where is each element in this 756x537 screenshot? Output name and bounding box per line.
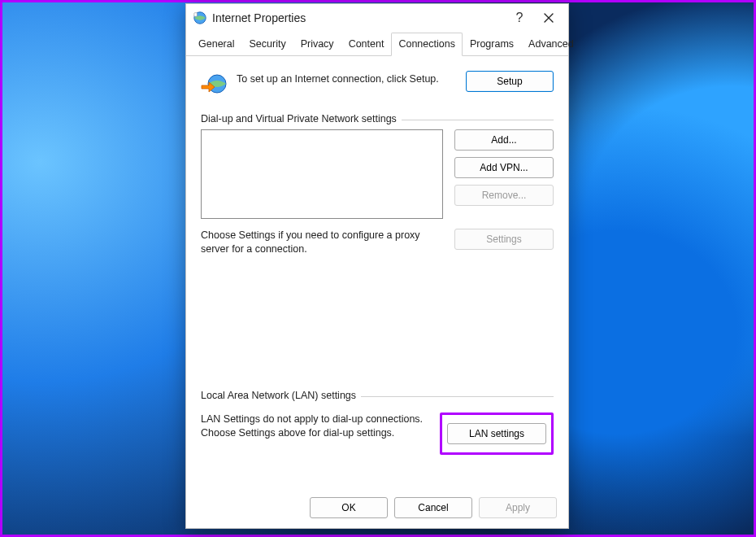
divider	[402, 120, 554, 120]
svg-rect-1	[194, 13, 198, 17]
help-button[interactable]: ?	[505, 7, 534, 29]
lan-group-label-text: Local Area Network (LAN) settings	[201, 390, 356, 401]
internet-properties-dialog: Internet Properties ? General Security P…	[185, 3, 569, 529]
proxy-hint-text: Choose Settings if you need to configure…	[201, 229, 443, 256]
cancel-button[interactable]: Cancel	[394, 497, 472, 518]
ok-button[interactable]: OK	[310, 497, 388, 518]
connection-settings-button: Settings	[454, 229, 554, 250]
dialup-buttons: Add... Add VPN... Remove...	[454, 129, 554, 219]
connection-wizard-icon	[201, 71, 228, 98]
tab-programs[interactable]: Programs	[463, 33, 521, 56]
tab-strip: General Security Privacy Content Connect…	[186, 32, 568, 56]
annotation-highlight: LAN settings	[440, 413, 554, 455]
lan-hint-text: LAN Settings do not apply to dial-up con…	[201, 413, 428, 440]
connections-listbox[interactable]	[201, 129, 443, 219]
remove-button: Remove...	[454, 185, 554, 206]
tab-general[interactable]: General	[191, 33, 241, 56]
dialup-group-label-text: Dial-up and Virtual Private Network sett…	[201, 113, 397, 124]
tab-body-connections: To set up an Internet connection, click …	[186, 56, 568, 489]
window-title: Internet Properties	[212, 11, 505, 24]
apply-button: Apply	[479, 497, 557, 518]
tab-advanced[interactable]: Advanced	[521, 33, 581, 56]
dialup-group-label: Dial-up and Virtual Private Network sett…	[201, 113, 554, 124]
tab-connections[interactable]: Connections	[391, 33, 463, 56]
add-button[interactable]: Add...	[454, 129, 554, 151]
tab-security[interactable]: Security	[241, 33, 293, 56]
close-button[interactable]	[534, 7, 563, 29]
titlebar: Internet Properties ?	[186, 4, 568, 32]
setup-text: To set up an Internet connection, click …	[237, 71, 458, 86]
help-icon: ?	[516, 11, 524, 25]
dialog-footer: OK Cancel Apply	[186, 489, 568, 528]
setup-button[interactable]: Setup	[466, 71, 554, 92]
lan-settings-button[interactable]: LAN settings	[447, 423, 546, 444]
tab-content[interactable]: Content	[341, 33, 392, 56]
close-icon	[544, 13, 554, 23]
add-vpn-button[interactable]: Add VPN...	[454, 157, 554, 178]
lan-group-label: Local Area Network (LAN) settings	[201, 390, 554, 401]
internet-options-icon	[193, 11, 207, 25]
tab-privacy[interactable]: Privacy	[293, 33, 341, 56]
divider	[361, 396, 554, 397]
